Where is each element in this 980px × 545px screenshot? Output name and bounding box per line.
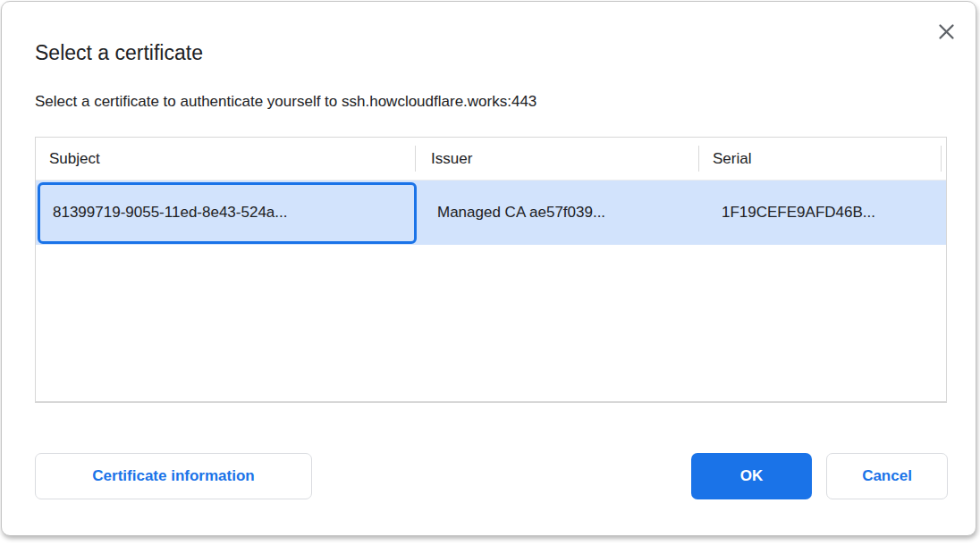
cell-serial[interactable]: 1F19CEFE9AFD46B... — [698, 180, 946, 245]
column-header-serial: Serial — [698, 138, 946, 180]
column-header-subject: Subject — [36, 138, 415, 180]
cell-subject[interactable]: 81399719-9055-11ed-8e43-524a... — [36, 180, 415, 245]
column-divider — [941, 146, 942, 172]
certificate-row[interactable]: 81399719-9055-11ed-8e43-524a... Managed … — [36, 180, 946, 245]
certificate-table: Subject Issuer Serial 81399719-9055-11ed… — [35, 137, 947, 403]
dialog-title: Select a certificate — [35, 41, 203, 65]
close-button[interactable] — [931, 16, 961, 46]
ok-button[interactable]: OK — [691, 453, 812, 499]
cell-issuer[interactable]: Managed CA ae57f039... — [415, 180, 698, 245]
table-header: Subject Issuer Serial — [36, 138, 946, 180]
dialog-subtitle: Select a certificate to authenticate you… — [35, 93, 536, 111]
certificate-select-dialog: Select a certificate Select a certificat… — [1, 1, 976, 536]
cancel-button[interactable]: Cancel — [826, 453, 948, 499]
column-header-issuer: Issuer — [415, 138, 698, 180]
close-icon — [938, 23, 955, 40]
certificate-information-button[interactable]: Certificate information — [35, 453, 312, 499]
